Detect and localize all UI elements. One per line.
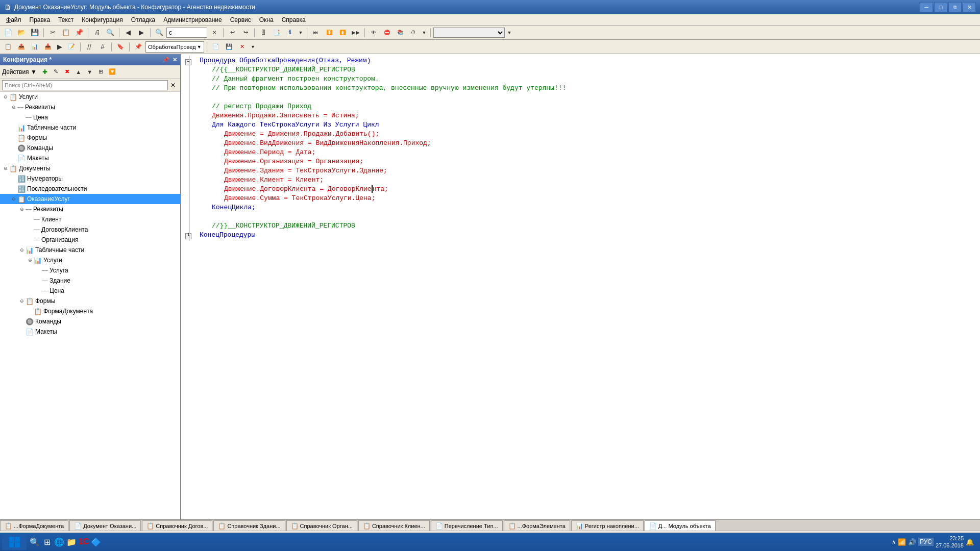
search-input[interactable] [2,80,168,90]
step-in[interactable]: ⏬ [323,27,335,38]
tab-регистрнакоплени[interactable]: 📊 Регистр накоплени... [571,520,644,531]
taskbar-1c-button[interactable]: 1С [78,536,90,547]
print-button[interactable]: 🖨 [91,27,103,38]
tab-перечислениетип[interactable]: 📄 Перечисление Тип... [431,520,503,531]
copy-button[interactable]: 📋 [60,27,72,38]
procedure-dropdown[interactable]: ОбработкаПровед ▼ [145,41,204,53]
menu-help[interactable]: Справка [278,15,310,24]
taskbar-edge-button[interactable]: 🌐 [53,536,65,547]
header-close[interactable]: ✕ [173,57,177,63]
ct-down[interactable]: ▼ [85,67,95,77]
tree-item-последовательности[interactable]: 🔣 Последовательности [0,184,180,194]
tree-item-услуги-таб[interactable]: 📊 Табличные части [0,122,180,133]
tb2-procedure[interactable]: 📌 [132,41,144,53]
tree-container[interactable]: ⊖ 📋 Услуги ⊖ — Реквизиты — Цена 📊 Таблич… [0,92,180,519]
breakpoints-button[interactable]: ⛔ [381,27,393,38]
search2-button[interactable]: 🔍 [153,27,165,38]
tree-item-здание[interactable]: — Здание [0,276,180,286]
tree-item-оказание-формы[interactable]: ⊖ 📋 Формы [0,296,180,306]
tree-item-услуги[interactable]: ⊖ 📋 Услуги [0,92,180,102]
paste-button[interactable]: 📌 [73,27,85,38]
forward-button[interactable]: ▶ [135,27,148,38]
step-over[interactable]: ⏭ [310,27,322,38]
clock[interactable]: 23:25 27.06.2018 [936,535,964,549]
tb2-btn2[interactable]: 📤 [15,41,28,53]
menu-file[interactable]: Файл [2,15,26,24]
tab-справочникорган[interactable]: 📋 Справочник Орган... [286,520,357,531]
menu-edit[interactable]: Правка [26,15,55,24]
tree-item-формадокумента[interactable]: 📋 ФормаДокумента [0,306,180,316]
tree-item-цена[interactable]: — Цена [0,112,180,122]
tree-item-клиент[interactable]: — Клиент [0,214,180,224]
new-button[interactable]: 📄 [2,27,14,38]
tree-item-договорклиента[interactable]: — ДоговорКлиента [0,224,180,235]
tb2-bookmark[interactable]: 🔖 [114,41,127,53]
ct-up[interactable]: ▲ [74,67,84,77]
clear-search-button[interactable]: ✕ [208,27,220,38]
dropdown2-arrow[interactable]: ▼ [421,27,428,38]
tb2-btn3[interactable]: 📊 [29,41,41,53]
taskbar-folder-button[interactable]: 📁 [65,536,78,547]
restore-button[interactable]: ⧉ [948,2,962,12]
tab-справочникдогов[interactable]: 📋 Справочник Догов... [142,520,212,531]
search-toolbar-button[interactable]: 🔍 [104,27,116,38]
callstack-button[interactable]: 📚 [394,27,406,38]
taskbar-search-button[interactable]: 🔍 [29,536,41,547]
tb2-btn5[interactable]: ▶ [55,41,64,53]
ct-filter[interactable]: 🔽 [107,67,117,77]
tb2-save2[interactable]: 💾 [223,41,235,53]
menu-windows[interactable]: Окна [255,15,278,24]
tb2-uncomment[interactable]: // [96,41,109,53]
menu-config[interactable]: Конфигурация [78,15,127,24]
code-editor[interactable]: − └ [181,54,980,519]
tree-item-услуги-команды[interactable]: 🔘 Команды [0,143,180,153]
cut-button[interactable]: ✂ [46,27,59,38]
search-toolbar-input[interactable] [166,28,207,38]
tree-item-оказание-реквизиты[interactable]: ⊖ — Реквизиты [0,204,180,214]
ct-delete[interactable]: ✖ [62,67,72,77]
close-button[interactable]: ✕ [963,2,976,12]
redo-button[interactable]: ↪ [239,27,252,38]
timer-button[interactable]: ⏱ [407,27,420,38]
ct-add[interactable]: ✚ [40,67,50,77]
save-button[interactable]: 💾 [29,27,41,38]
selector-arrow[interactable]: ▼ [506,27,513,38]
menu-debug[interactable]: Отладка [127,15,159,24]
start-button[interactable] [2,534,27,550]
header-pin[interactable]: 📌 [162,57,169,63]
tab-модульобъекта[interactable]: 📄 Д... Модуль объекта [645,520,716,531]
tab-справочникклиен[interactable]: 📋 Справочник Клиен... [358,520,430,531]
dropdown-arrow-btn[interactable]: ▼ [297,27,304,38]
db-button[interactable]: 🗄 [257,27,270,38]
ct-table[interactable]: ⊞ [96,67,106,77]
undo-button[interactable]: ↩ [226,27,238,38]
tray-network[interactable]: 📶 [898,538,906,546]
info-button[interactable]: ℹ [284,27,296,38]
menu-text[interactable]: Текст [54,15,78,24]
tree-item-услуги-реквизиты[interactable]: ⊖ — Реквизиты [0,102,180,112]
actions-label[interactable]: Действия ▼ [2,68,37,76]
tab-формадокумента[interactable]: 📋 ...ФормаДокумента [0,520,68,531]
tree-item-услуги-формы[interactable]: 📋 Формы [0,133,180,143]
tree-item-цена2[interactable]: — Цена [0,286,180,296]
tb2-close[interactable]: ✕ [236,41,249,53]
tb2-dropdown-arrow[interactable]: ▼ [250,41,257,53]
tree-item-оказание-макеты[interactable]: 📄 Макеты [0,327,180,337]
tb2-pdf[interactable]: 📄 [210,41,222,53]
tree-item-услуга[interactable]: — Услуга [0,265,180,276]
selector-dropdown[interactable] [433,28,505,38]
tree-item-оказаниеуслуг[interactable]: ⊖ 📋 ОказаниеУслуг [0,194,180,204]
tray-notification[interactable]: 🔔 [966,538,974,546]
tree-item-оказание-таб[interactable]: ⊖ 📊 Табличные части [0,245,180,255]
maximize-button[interactable]: □ [934,2,947,12]
tb2-btn4[interactable]: 📥 [42,41,54,53]
run-button[interactable]: ▶▶ [350,27,362,38]
menu-service[interactable]: Сервис [226,15,255,24]
doc-button[interactable]: 📑 [271,27,283,38]
tray-volume[interactable]: 🔊 [908,538,916,546]
open-button[interactable]: 📂 [15,27,28,38]
tree-item-услуги-вложенная[interactable]: ⊖ 📊 Услуги [0,255,180,265]
tree-item-организация[interactable]: — Организация [0,235,180,245]
tab-документоказани[interactable]: 📄 Документ Оказани... [69,520,141,531]
tree-item-документы[interactable]: ⊖ 📋 Документы [0,163,180,173]
